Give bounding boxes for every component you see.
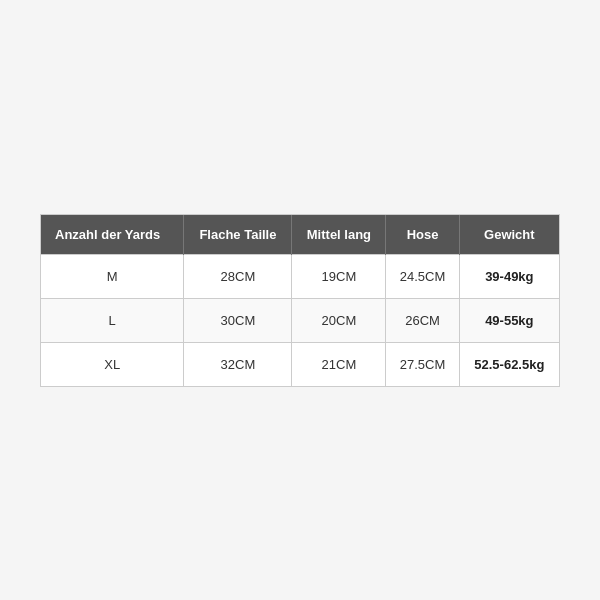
cell-size: XL	[41, 342, 184, 386]
cell-gewicht: 52.5-62.5kg	[459, 342, 559, 386]
table-row: XL32CM21CM27.5CM52.5-62.5kg	[41, 342, 559, 386]
cell-mittel: 20CM	[292, 298, 386, 342]
cell-gewicht: 39-49kg	[459, 254, 559, 298]
cell-size: M	[41, 254, 184, 298]
table-row: M28CM19CM24.5CM39-49kg	[41, 254, 559, 298]
table-row: L30CM20CM26CM49-55kg	[41, 298, 559, 342]
cell-taille: 28CM	[184, 254, 292, 298]
cell-mittel: 19CM	[292, 254, 386, 298]
cell-gewicht: 49-55kg	[459, 298, 559, 342]
cell-hose: 24.5CM	[386, 254, 459, 298]
col-header-mittel: Mittel lang	[292, 215, 386, 255]
cell-hose: 26CM	[386, 298, 459, 342]
cell-taille: 30CM	[184, 298, 292, 342]
col-header-gewicht: Gewicht	[459, 215, 559, 255]
col-header-yards: Anzahl der Yards	[41, 215, 184, 255]
size-chart-table: Anzahl der Yards Flache Taille Mittel la…	[40, 214, 560, 387]
cell-size: L	[41, 298, 184, 342]
cell-hose: 27.5CM	[386, 342, 459, 386]
table-header-row: Anzahl der Yards Flache Taille Mittel la…	[41, 215, 559, 255]
col-header-hose: Hose	[386, 215, 459, 255]
cell-mittel: 21CM	[292, 342, 386, 386]
cell-taille: 32CM	[184, 342, 292, 386]
col-header-taille: Flache Taille	[184, 215, 292, 255]
